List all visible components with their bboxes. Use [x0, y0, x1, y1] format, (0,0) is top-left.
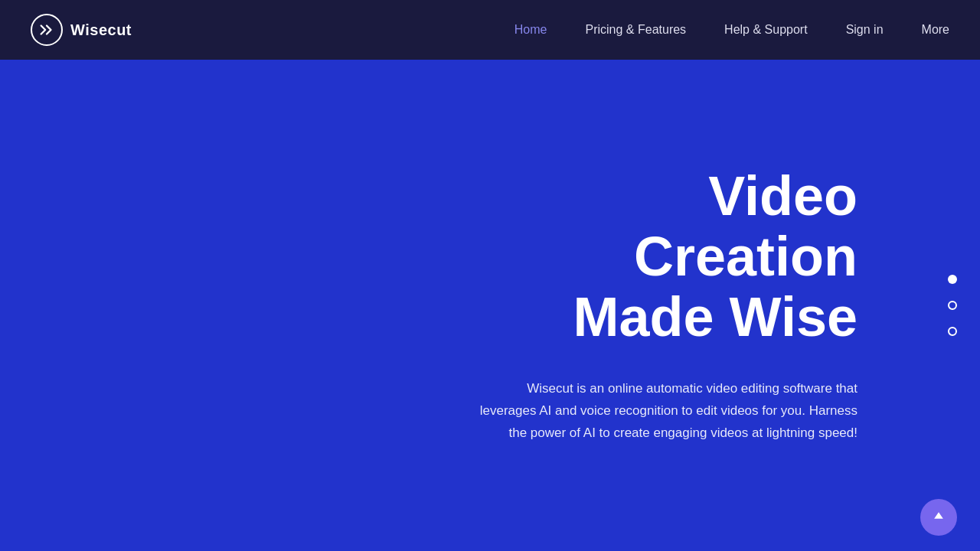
nav-links: Home Pricing & Features Help & Support S…: [514, 23, 949, 37]
nav-link-sign-in[interactable]: Sign in: [846, 23, 884, 37]
navbar: Wisecut Home Pricing & Features Help & S…: [0, 0, 980, 60]
hero-title: Video Creation Made Wise: [475, 166, 858, 348]
scroll-top-button[interactable]: [920, 499, 957, 536]
hero-description: Wisecut is an online automatic video edi…: [475, 378, 858, 445]
logo-text: Wisecut: [70, 21, 132, 39]
nav-link-pricing-features[interactable]: Pricing & Features: [586, 23, 687, 37]
nav-link-home[interactable]: Home: [514, 23, 547, 37]
hero-title-line1: Video Creation: [634, 165, 858, 287]
scroll-dot-2: [948, 301, 957, 310]
scroll-dot-1: [948, 275, 957, 284]
logo-icon: [31, 14, 63, 46]
nav-link-help-support[interactable]: Help & Support: [724, 23, 808, 37]
nav-link-more[interactable]: More: [922, 23, 949, 37]
scroll-dots-indicator: [948, 275, 957, 336]
hero-section: Video Creation Made Wise Wisecut is an o…: [0, 60, 980, 551]
scroll-dot-3: [948, 327, 957, 336]
hero-title-line2: Made Wise: [573, 286, 858, 347]
hero-content: Video Creation Made Wise Wisecut is an o…: [475, 166, 858, 445]
logo[interactable]: Wisecut: [31, 14, 132, 46]
